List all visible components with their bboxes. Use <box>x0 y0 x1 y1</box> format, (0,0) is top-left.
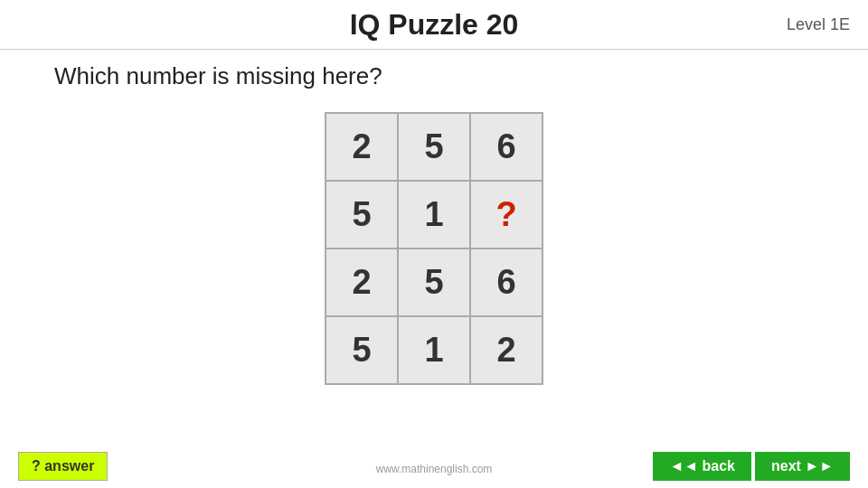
table-row: 2 5 6 <box>326 113 542 181</box>
level-label: Level 1E <box>787 15 850 34</box>
website-label: www.mathinenglish.com <box>376 463 493 475</box>
cell-2-0: 2 <box>326 249 398 316</box>
cell-3-2: 2 <box>470 316 542 384</box>
cell-1-1: 1 <box>398 181 470 249</box>
table-row: 2 5 6 <box>326 249 542 316</box>
subtitle: Which number is missing here? <box>0 50 868 103</box>
back-button[interactable]: ◄◄ back <box>653 452 751 481</box>
header: IQ Puzzle 20 Level 1E <box>0 0 868 50</box>
cell-0-0: 2 <box>326 113 398 181</box>
cell-1-0: 5 <box>326 181 398 249</box>
cell-0-2: 6 <box>470 113 542 181</box>
answer-button[interactable]: ? answer <box>18 452 108 481</box>
puzzle-area: 2 5 6 5 1 ? 2 5 6 5 1 2 <box>0 103 868 385</box>
cell-0-1: 5 <box>398 113 470 181</box>
table-row: 5 1 2 <box>326 316 542 384</box>
cell-2-2: 6 <box>470 249 542 316</box>
table-row: 5 1 ? <box>326 181 542 249</box>
puzzle-grid: 2 5 6 5 1 ? 2 5 6 5 1 2 <box>325 112 543 385</box>
next-button[interactable]: next ►► <box>755 452 850 481</box>
page-title: IQ Puzzle 20 <box>350 8 519 42</box>
cell-3-1: 1 <box>398 316 470 384</box>
bottom-bar: ? answer www.mathinenglish.com ◄◄ back n… <box>0 445 868 488</box>
cell-2-1: 5 <box>398 249 470 316</box>
cell-3-0: 5 <box>326 316 398 384</box>
nav-buttons: ◄◄ back next ►► <box>653 452 850 481</box>
cell-missing: ? <box>470 181 542 249</box>
